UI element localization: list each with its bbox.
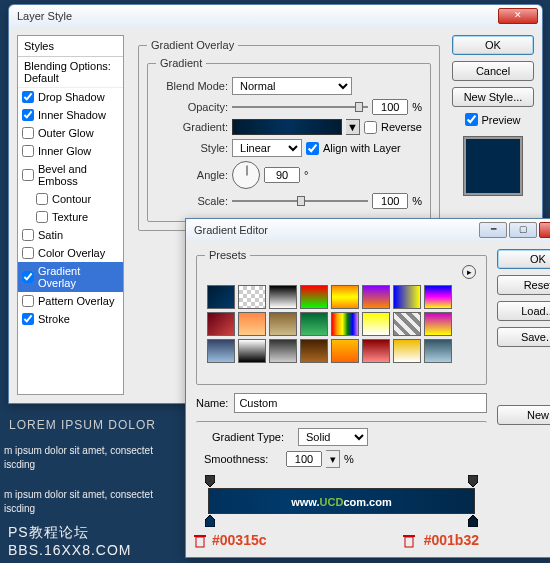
style-item-gradient-overlay[interactable]: Gradient Overlay bbox=[18, 262, 123, 292]
gradient-swatch[interactable] bbox=[232, 119, 342, 135]
reverse-label: Reverse bbox=[381, 121, 422, 133]
style-checkbox[interactable] bbox=[22, 109, 34, 121]
reverse-checkbox[interactable] bbox=[364, 121, 377, 134]
close-button[interactable]: ✕ bbox=[498, 8, 538, 24]
presets-menu-icon[interactable]: ▸ bbox=[462, 265, 476, 279]
style-checkbox[interactable] bbox=[36, 211, 48, 223]
preset-swatch[interactable] bbox=[331, 285, 359, 309]
cancel-button[interactable]: Cancel bbox=[452, 61, 534, 81]
ge-ok-button[interactable]: OK bbox=[497, 249, 550, 269]
smooth-label: Smoothness: bbox=[204, 453, 282, 465]
maximize-button[interactable]: ▢ bbox=[509, 222, 537, 238]
style-label: Bevel and Emboss bbox=[38, 163, 119, 187]
style-checkbox[interactable] bbox=[22, 313, 34, 325]
new-style-button[interactable]: New Style... bbox=[452, 87, 534, 107]
style-label: Contour bbox=[52, 193, 91, 205]
preset-swatch[interactable] bbox=[300, 312, 328, 336]
deg-label: ° bbox=[304, 169, 308, 181]
ge-new-button[interactable]: New bbox=[497, 405, 550, 425]
preset-swatch[interactable] bbox=[238, 339, 266, 363]
preset-swatch[interactable] bbox=[362, 312, 390, 336]
preset-swatch[interactable] bbox=[362, 339, 390, 363]
preset-swatch[interactable] bbox=[424, 285, 452, 309]
smooth-value[interactable] bbox=[286, 451, 322, 467]
ge-save-button[interactable]: Save... bbox=[497, 327, 550, 347]
type-select[interactable]: Solid bbox=[298, 428, 368, 446]
preset-swatch[interactable] bbox=[300, 339, 328, 363]
preset-swatch[interactable] bbox=[207, 312, 235, 336]
style-item-drop-shadow[interactable]: Drop Shadow bbox=[18, 88, 123, 106]
preset-swatch[interactable] bbox=[269, 285, 297, 309]
preset-swatch[interactable] bbox=[424, 312, 452, 336]
scale-value[interactable] bbox=[372, 193, 408, 209]
style-item-texture[interactable]: Texture bbox=[18, 208, 123, 226]
style-item-satin[interactable]: Satin bbox=[18, 226, 123, 244]
minimize-button[interactable]: ━ bbox=[479, 222, 507, 238]
name-input[interactable] bbox=[234, 393, 487, 413]
preset-swatch[interactable] bbox=[269, 339, 297, 363]
preset-swatch[interactable] bbox=[331, 312, 359, 336]
color-stop-right[interactable] bbox=[468, 515, 478, 527]
style-item-stroke[interactable]: Stroke bbox=[18, 310, 123, 328]
preset-swatch[interactable] bbox=[238, 285, 266, 309]
preset-swatch[interactable] bbox=[300, 285, 328, 309]
style-checkbox[interactable] bbox=[22, 145, 34, 157]
preset-swatch[interactable] bbox=[393, 285, 421, 309]
gradient-dropdown-icon[interactable]: ▼ bbox=[346, 119, 360, 135]
blending-options-row[interactable]: Blending Options: Default bbox=[18, 57, 123, 88]
style-checkbox[interactable] bbox=[22, 295, 34, 307]
scale-slider[interactable] bbox=[232, 194, 368, 208]
preset-swatch[interactable] bbox=[238, 312, 266, 336]
preview-checkbox[interactable] bbox=[465, 113, 478, 126]
opacity-stop-left[interactable] bbox=[205, 475, 215, 487]
preset-swatch[interactable] bbox=[362, 285, 390, 309]
ge-titlebar[interactable]: Gradient Editor ━ ▢ ✕ bbox=[186, 219, 550, 241]
opacity-value[interactable] bbox=[372, 99, 408, 115]
angle-value[interactable] bbox=[264, 167, 300, 183]
blendmode-select[interactable]: Normal bbox=[232, 77, 352, 95]
style-checkbox[interactable] bbox=[22, 127, 34, 139]
preset-swatch[interactable] bbox=[393, 339, 421, 363]
preset-swatch[interactable] bbox=[424, 339, 452, 363]
opacity-slider[interactable] bbox=[232, 100, 368, 114]
smooth-dropdown-icon[interactable]: ▾ bbox=[326, 450, 340, 468]
titlebar[interactable]: Layer Style ✕ bbox=[9, 5, 542, 27]
style-checkbox[interactable] bbox=[22, 271, 34, 283]
styles-list: Styles Blending Options: Default Drop Sh… bbox=[17, 35, 124, 395]
ge-load-button[interactable]: Load... bbox=[497, 301, 550, 321]
preset-swatch[interactable] bbox=[207, 285, 235, 309]
style-checkbox[interactable] bbox=[22, 247, 34, 259]
ok-button[interactable]: OK bbox=[452, 35, 534, 55]
style-checkbox[interactable] bbox=[36, 193, 48, 205]
style-item-contour[interactable]: Contour bbox=[18, 190, 123, 208]
opacity-stop-right[interactable] bbox=[468, 475, 478, 487]
preset-swatch[interactable] bbox=[207, 339, 235, 363]
style-checkbox[interactable] bbox=[22, 229, 34, 241]
style-item-outer-glow[interactable]: Outer Glow bbox=[18, 124, 123, 142]
style-item-pattern-overlay[interactable]: Pattern Overlay bbox=[18, 292, 123, 310]
angle-dial[interactable] bbox=[232, 161, 260, 189]
style-item-color-overlay[interactable]: Color Overlay bbox=[18, 244, 123, 262]
gradient-bar[interactable]: www.UCDcom.com bbox=[208, 488, 475, 514]
align-checkbox[interactable] bbox=[306, 142, 319, 155]
trash-icon-left[interactable] bbox=[194, 534, 206, 548]
preset-swatch[interactable] bbox=[393, 312, 421, 336]
color-stop-left[interactable] bbox=[205, 515, 215, 527]
gradient-subgroup: Gradient Blend Mode: Normal Opacity: % G… bbox=[147, 57, 431, 222]
ge-close-button[interactable]: ✕ bbox=[539, 222, 550, 238]
trash-icon-right[interactable] bbox=[403, 534, 415, 548]
style-item-bevel-and-emboss[interactable]: Bevel and Emboss bbox=[18, 160, 123, 190]
style-checkbox[interactable] bbox=[22, 169, 34, 181]
styles-header[interactable]: Styles bbox=[18, 36, 123, 57]
style-item-inner-shadow[interactable]: Inner Shadow bbox=[18, 106, 123, 124]
style-select[interactable]: Linear bbox=[232, 139, 302, 157]
pct-label2: % bbox=[412, 195, 422, 207]
style-checkbox[interactable] bbox=[22, 91, 34, 103]
preset-swatch[interactable] bbox=[331, 339, 359, 363]
ge-reset-button[interactable]: Reset bbox=[497, 275, 550, 295]
preset-swatch[interactable] bbox=[269, 312, 297, 336]
style-item-inner-glow[interactable]: Inner Glow bbox=[18, 142, 123, 160]
style-label: Drop Shadow bbox=[38, 91, 105, 103]
bg-footer1: PS教程论坛 bbox=[8, 524, 89, 542]
svg-marker-1 bbox=[468, 475, 478, 487]
